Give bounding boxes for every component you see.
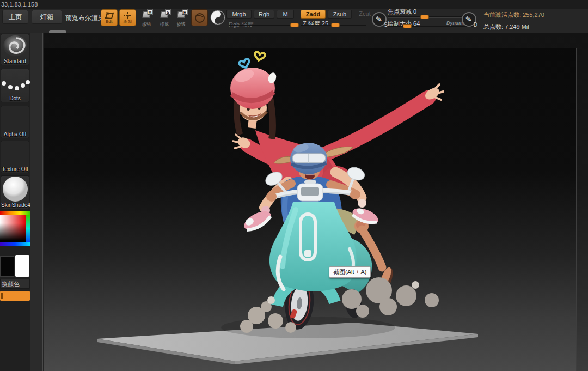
switch-color-button[interactable]: 换颜色	[0, 279, 30, 289]
boolean-preview-label[interactable]: 预览布尔渲染	[65, 14, 105, 23]
tab-home[interactable]: 主页	[2, 10, 28, 24]
draw-size-handle[interactable]	[403, 24, 412, 28]
sculptris-pro-button[interactable]	[191, 9, 208, 26]
scale-button[interactable]: S 缩放	[156, 10, 173, 29]
z-intensity-slider[interactable]	[301, 25, 366, 26]
viewport-3d-scene[interactable]	[44, 48, 577, 371]
version-text: 33,1.83,1.158	[1, 1, 38, 8]
rgb-intensity-handle[interactable]	[290, 23, 299, 27]
standard-brush-icon	[1, 34, 30, 58]
draw-button[interactable]: 绘 制	[119, 9, 136, 26]
mrgb-button[interactable]: Mrgb	[226, 10, 252, 19]
material-selector[interactable]: SkinShade4	[1, 175, 29, 209]
canvas-margin: 截图(Alt + A)	[44, 33, 588, 371]
rotate-icon: R	[177, 11, 185, 18]
edit-button[interactable]: Edit	[101, 9, 118, 26]
stylus-d-icon[interactable]: ✎ D	[462, 12, 476, 27]
left-shelf: Standard Dots Alpha Off Texture Off Skin…	[0, 33, 30, 371]
z-intensity-label: Z 强度 25	[303, 20, 328, 28]
focal-shift-value: 0	[413, 8, 416, 15]
point-stats: 当前激活点数: 255,270 总点数: 7.249 Mil	[483, 9, 544, 31]
active-points: 当前激活点数: 255,270	[483, 11, 544, 19]
edit-quad-icon	[104, 12, 115, 20]
hue-strip-bottom[interactable]	[0, 242, 30, 246]
rgb-intensity-slider[interactable]	[229, 25, 298, 26]
material-sphere-icon[interactable]	[210, 10, 225, 27]
screenshot-tooltip: 截图(Alt + A)	[329, 266, 371, 278]
secondary-color-swatch[interactable]	[15, 255, 29, 277]
draw-crosshair-icon	[123, 12, 133, 20]
color-picker[interactable]	[0, 211, 30, 246]
tray-gutter[interactable]	[30, 33, 43, 371]
blue-heart-ornament	[238, 58, 251, 69]
m-button[interactable]: M	[277, 10, 294, 19]
move-button[interactable]: M 移动	[138, 10, 155, 29]
title-bar: 33,1.83,1.158	[0, 0, 588, 9]
tray-orange-button[interactable]	[0, 291, 30, 301]
scale-icon: S	[160, 11, 168, 18]
z-intensity-handle[interactable]	[331, 23, 340, 27]
texture-selector[interactable]: Texture Off	[1, 141, 29, 173]
viewport-document[interactable]: 截图(Alt + A)	[44, 48, 577, 371]
stroke-selector[interactable]: Dots	[1, 69, 29, 102]
draw-size-slider[interactable]	[388, 26, 475, 27]
stylus-s-icon[interactable]: ✎ S	[372, 12, 387, 27]
zadd-button[interactable]: Zadd	[301, 10, 326, 19]
hue-strip-right[interactable]	[26, 215, 30, 242]
brush-selector[interactable]: Standard	[1, 34, 29, 65]
zsub-button[interactable]: Zsub	[328, 10, 352, 19]
focal-shift-handle[interactable]	[420, 15, 429, 19]
dots-stroke-icon	[1, 69, 30, 94]
skinshade-sphere-icon	[1, 176, 30, 202]
hue-strip-top[interactable]	[0, 211, 30, 215]
top-toolbar: 主页 灯箱 预览布尔渲染 Edit 绘 制 M 移动 S 缩放 R 旋转	[0, 9, 588, 33]
primary-color-swatch[interactable]	[0, 256, 14, 277]
saturation-value-square[interactable]	[0, 215, 26, 242]
rotate-button[interactable]: R 旋转	[173, 10, 189, 29]
yellow-heart-ornament	[254, 51, 265, 61]
focal-shift-label: 焦点衰减 0	[388, 8, 416, 16]
tab-lightbox[interactable]: 灯箱	[32, 10, 62, 24]
move-icon: M	[142, 11, 150, 18]
sphere-wire-icon	[194, 13, 205, 23]
rgb-button[interactable]: Rgb	[254, 10, 274, 19]
total-points: 总点数: 7.249 Mil	[483, 23, 544, 31]
alpha-selector[interactable]: Alpha Off	[1, 106, 29, 138]
